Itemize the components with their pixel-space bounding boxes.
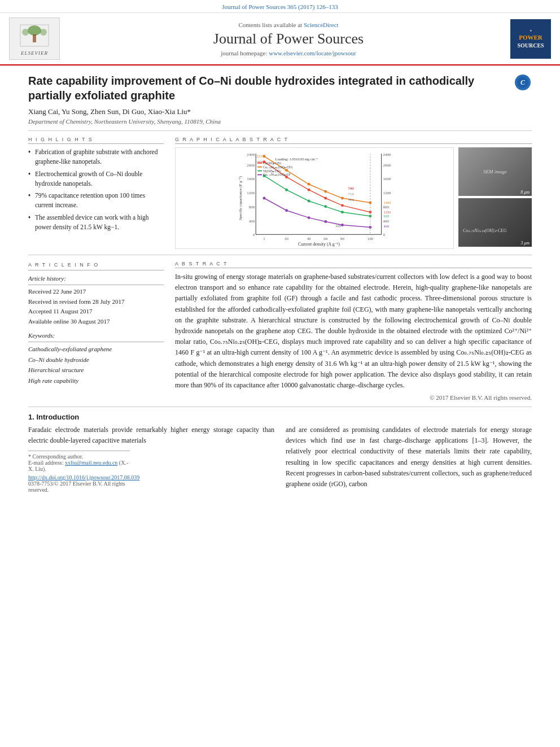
- svg-text:Co₀.₇₅Ni₀.₂₅(OH)₂-GF: Co₀.₇₅Ni₀.₂₅(OH)₂-GF: [263, 173, 291, 177]
- article-title: Rate capability improvement of Co–Ni dou…: [28, 73, 532, 103]
- highlight-item: 79% capacitance retention upon 100 times…: [28, 191, 164, 211]
- svg-text:1460: 1460: [384, 200, 391, 204]
- svg-text:1200: 1200: [247, 191, 255, 195]
- highlight-item: Electrochemical growth of Co–Ni double h…: [28, 169, 164, 189]
- sem-image-2: Co₀.₇₅Ni₀.₂₅(OH)₂-CEG 3 μm: [458, 198, 532, 247]
- svg-text:1600: 1600: [247, 177, 255, 181]
- article-history: Article history: Received 22 June 2017 R…: [28, 274, 164, 326]
- svg-rect-65: [257, 163, 262, 164]
- elsevier-logo-area: ELSEVIER: [9, 18, 71, 60]
- email-line: E-mail address: xxliu@mail.neu.edu.cn (X…: [28, 460, 130, 472]
- svg-text:1: 1: [263, 237, 265, 241]
- abstract-section: A B S T R A C T In-situ growing of energ…: [175, 261, 532, 401]
- sem-images-area: SEM image 8 μm Co₀.₇₅Ni₀.₂₅(OH)₂-CEG 3 μ…: [458, 147, 532, 249]
- svg-text:Specific capacitance (F g⁻¹): Specific capacitance (F g⁻¹): [238, 176, 243, 220]
- graphical-abstract-content: 0 400 800 1200 1600 2000 2400 0 400 800 …: [175, 147, 532, 249]
- svg-text:Current density (A g⁻¹): Current density (A g⁻¹): [298, 242, 340, 247]
- svg-text:1600: 1600: [383, 177, 391, 181]
- svg-text:C: C: [520, 78, 526, 86]
- svg-point-54: [308, 216, 310, 219]
- keyword-item: Cathodically-exfoliated graphene: [28, 344, 164, 355]
- power-sources-logo-area: ● POWER SOURCES: [506, 19, 551, 59]
- svg-point-49: [324, 205, 327, 208]
- email-link[interactable]: xxliu@mail.neu.edu.cn: [65, 460, 117, 466]
- received-date: Received 22 June 2017: [28, 287, 164, 297]
- doi-line: http://dx.doi.org/10.1016/j.jpowsour.201…: [28, 474, 130, 480]
- svg-text:718: 718: [348, 192, 354, 196]
- svg-text:799: 799: [348, 186, 354, 190]
- svg-point-38: [341, 197, 344, 200]
- article-container: C Rate capability improvement of Co–Ni d…: [0, 65, 560, 501]
- highlights-list: Fabrication of graphite substrate with a…: [28, 147, 164, 232]
- introduction-section: 1. Introduction Faradaic electrode mater…: [28, 413, 532, 493]
- svg-point-3: [22, 29, 29, 36]
- keywords-group: Keywords: Cathodically-exfoliated graphe…: [28, 331, 164, 386]
- keywords-list: Cathodically-exfoliated graphene Co–Ni d…: [28, 344, 164, 386]
- keywords-label: Keywords:: [28, 331, 164, 342]
- info-abstract-row: A R T I C L E I N F O Article history: R…: [28, 261, 532, 401]
- rate-capability-chart: 0 400 800 1200 1600 2000 2400 0 400 800 …: [176, 148, 453, 248]
- svg-point-55: [324, 220, 327, 223]
- svg-text:2400: 2400: [247, 152, 255, 156]
- intro-right-text: and are considered as promising candidat…: [286, 425, 532, 490]
- svg-text:79%: 79%: [348, 198, 354, 202]
- elsevier-tree-icon: [18, 22, 51, 50]
- svg-text:1200: 1200: [383, 191, 391, 195]
- journal-header: ELSEVIER Contents lists available at Sci…: [0, 13, 560, 65]
- svg-point-43: [324, 197, 327, 200]
- corresponding-author: * Corresponding author.: [28, 453, 130, 460]
- svg-text:60: 60: [323, 237, 327, 241]
- svg-text:2000: 2000: [383, 163, 391, 167]
- homepage-link[interactable]: www.elsevier.com/locate/jpowsour: [269, 50, 356, 56]
- svg-text:400: 400: [249, 219, 255, 223]
- svg-point-53: [285, 209, 288, 212]
- svg-text:100: 100: [368, 237, 374, 241]
- svg-text:919: 919: [384, 214, 390, 218]
- crossmark-icon: C: [515, 75, 531, 90]
- sem-image-1: SEM image 8 μm: [458, 147, 532, 196]
- svg-text:400: 400: [383, 219, 390, 223]
- sem-scale-2: 3 μm: [520, 241, 530, 246]
- svg-point-37: [324, 190, 327, 193]
- svg-point-56: [341, 224, 344, 226]
- abstract-text: In-situ growing of energy storage materi…: [175, 272, 532, 391]
- journal-title: Journal of Power Sources: [71, 30, 506, 47]
- article-info-section: A R T I C L E I N F O Article history: R…: [28, 261, 164, 401]
- svg-text:Loading: 1.05±0.05 mg cm⁻²: Loading: 1.05±0.05 mg cm⁻²: [275, 157, 318, 161]
- footnote-area: * Corresponding author. E-mail address: …: [28, 451, 130, 493]
- revised-date: Received in revised form 28 July 2017: [28, 297, 164, 307]
- keyword-item: Hierarchical structure: [28, 365, 164, 375]
- graphical-abstract-section: G R A P H I C A L A B S T R A C T: [175, 137, 532, 249]
- journal-reference: Journal of Power Sources 365 (2017) 126–…: [0, 0, 560, 13]
- crossmark-badge: C: [515, 75, 532, 91]
- keyword-item: High rate capability: [28, 375, 164, 386]
- introduction-columns: Faradaic electrode materials provide rem…: [28, 425, 532, 493]
- svg-text:80: 80: [340, 237, 344, 241]
- svg-point-50: [341, 211, 344, 213]
- svg-rect-2: [33, 34, 36, 42]
- issn-line: 0378-7753/© 2017 Elsevier B.V. All right…: [28, 480, 130, 493]
- highlights-graphical-row: H I G H L I G H T S Fabrication of graph…: [28, 137, 532, 249]
- sciencedirect-link[interactable]: ScienceDirect: [304, 21, 339, 28]
- highlights-label: H I G H L I G H T S: [28, 137, 164, 144]
- affiliation: Department of Chemistry, Northeastern Un…: [28, 118, 532, 125]
- journal-title-area: Contents lists available at ScienceDirec…: [71, 21, 506, 56]
- svg-point-42: [308, 189, 310, 191]
- sciencedirect-text: Contents lists available at ScienceDirec…: [71, 21, 506, 28]
- svg-text:800: 800: [249, 205, 255, 209]
- svg-point-4: [40, 29, 47, 36]
- svg-point-35: [285, 169, 288, 172]
- svg-text:0: 0: [253, 233, 255, 237]
- intro-left-text: Faradaic electrode materials provide rem…: [28, 425, 274, 446]
- doi-link[interactable]: http://dx.doi.org/10.1016/j.jpowsour.201…: [28, 474, 139, 480]
- highlight-item: The assembled device can work with a hig…: [28, 213, 164, 233]
- svg-text:20: 20: [285, 237, 288, 241]
- sem-scale-1: 8 μm: [520, 190, 530, 195]
- graphical-abstract-label: G R A P H I C A L A B S T R A C T: [175, 137, 532, 144]
- history-label: Article history:: [28, 274, 164, 285]
- homepage-line: journal homepage: www.elsevier.com/locat…: [71, 50, 506, 56]
- intro-left-col: Faradaic electrode materials provide rem…: [28, 425, 274, 493]
- svg-text:2235: 2235: [256, 154, 264, 158]
- elsevier-text: ELSEVIER: [21, 50, 48, 56]
- keyword-item: Co–Ni double hydroxide: [28, 355, 164, 365]
